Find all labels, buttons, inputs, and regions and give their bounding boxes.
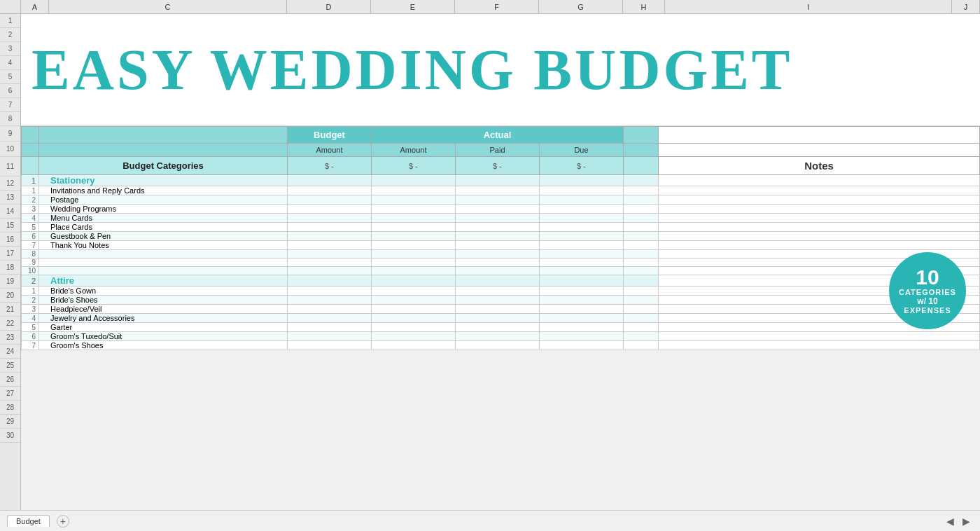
- item-grooms-shoes[interactable]: Groom's Shoes: [39, 341, 288, 350]
- actual-header[interactable]: Actual: [372, 127, 624, 144]
- item-row-10: 10: [22, 267, 980, 275]
- cat2-num: 2: [22, 275, 39, 287]
- item-brides-shoes[interactable]: Bride's Shoes: [39, 296, 288, 305]
- badge-with: w/ 10: [917, 296, 937, 306]
- item-row-9: 9: [22, 258, 980, 267]
- badge-categories: CATEGORIES: [899, 288, 956, 296]
- row-num-8: 8: [0, 112, 20, 126]
- item-grooms-tuxedo[interactable]: Groom's Tuxedo/Suit: [39, 332, 288, 341]
- amount-empty-2: [39, 144, 288, 157]
- header-empty-3: [624, 127, 659, 144]
- app-window: A C D E F G H I J 1 2 3 4 5 6 7 8 9 10 1…: [0, 0, 980, 531]
- row-num-7: 7: [0, 98, 20, 112]
- item-row-thankyou: 7 Thank You Notes: [22, 241, 980, 250]
- item-row-garter: 5 Garter: [22, 323, 980, 332]
- item-jewelry[interactable]: Jewelry and Accessories: [39, 314, 288, 323]
- item-invitations[interactable]: Invitations and Reply Cards: [39, 186, 288, 195]
- item-postage[interactable]: Postage: [39, 195, 288, 205]
- add-sheet-button[interactable]: +: [57, 515, 69, 527]
- row-num-27: 27: [0, 387, 20, 401]
- row-num-2: 2: [0, 28, 20, 42]
- budget-amount-header[interactable]: Amount: [288, 144, 372, 157]
- row-num-4: 4: [0, 56, 20, 70]
- badge-expenses: EXPENSES: [904, 306, 951, 315]
- row-num-18: 18: [0, 261, 20, 275]
- sheet-tab-budget[interactable]: Budget: [7, 515, 50, 527]
- paid-value-header[interactable]: $ -: [456, 157, 540, 175]
- header-row-amounts: Amount Amount Paid Due: [22, 144, 980, 157]
- col-header-j[interactable]: J: [952, 0, 980, 13]
- cat1-label[interactable]: Stationery: [39, 175, 288, 186]
- row-num-20: 20: [0, 289, 20, 303]
- cat-empty-2: [624, 157, 659, 175]
- item-row-postage: 2 Postage: [22, 195, 980, 205]
- row-num-30: 30: [0, 429, 20, 443]
- due-header[interactable]: Due: [540, 144, 624, 157]
- header-row-budget-actual: Budget Actual: [22, 127, 980, 144]
- item-row-grooms-shoes: 7 Groom's Shoes: [22, 341, 980, 350]
- item-row-programs: 3 Wedding Programs: [22, 205, 980, 214]
- item-programs[interactable]: Wedding Programs: [39, 205, 288, 214]
- header-empty-1: [22, 127, 39, 144]
- item-headpiece[interactable]: Headpiece/Veil: [39, 305, 288, 314]
- row-num-15: 15: [0, 219, 20, 233]
- item-guestbook[interactable]: Guestbook & Pen: [39, 232, 288, 241]
- amount-empty-1: [22, 144, 39, 157]
- row-num-24: 24: [0, 345, 20, 359]
- main-area: 1 2 3 4 5 6 7 8 9 10 11 12 13 14 15 16 1…: [0, 14, 980, 510]
- title-area: EASY WEDDING BUDGET: [21, 14, 980, 126]
- row-num-16: 16: [0, 233, 20, 247]
- col-headers: A C D E F G H I J: [0, 0, 980, 14]
- due-value-header[interactable]: $ -: [540, 157, 624, 175]
- item-row-menu-cards: 4 Menu Cards: [22, 214, 980, 223]
- badge-number: 10: [916, 267, 939, 288]
- item-row-jewelry: 4 Jewelry and Accessories: [22, 314, 980, 323]
- row-num-29: 29: [0, 415, 20, 429]
- col-header-f[interactable]: F: [455, 0, 539, 13]
- item-row-brides-shoes: 2 Bride's Shoes: [22, 296, 980, 305]
- item-row-invitations: 1 Invitations and Reply Cards: [22, 186, 980, 195]
- row-num-26: 26: [0, 373, 20, 387]
- actual-amount-header[interactable]: Amount: [372, 144, 456, 157]
- col-header-d[interactable]: D: [287, 0, 371, 13]
- cat1-num: 1: [22, 175, 39, 186]
- budget-value-header[interactable]: $ -: [288, 157, 372, 175]
- spreadsheet-title: EASY WEDDING BUDGET: [31, 37, 793, 103]
- item-menu-cards[interactable]: Menu Cards: [39, 214, 288, 223]
- scroll-nav: ◀ ▶: [944, 516, 973, 527]
- item-row-grooms-tuxedo: 6 Groom's Tuxedo/Suit: [22, 332, 980, 341]
- row-num-14: 14: [0, 205, 20, 219]
- item-row-8: 8: [22, 250, 980, 258]
- row-num-23: 23: [0, 331, 20, 345]
- col-header-i[interactable]: I: [665, 0, 952, 13]
- amount-empty-3: [624, 144, 659, 157]
- col-header-g[interactable]: G: [539, 0, 623, 13]
- col-header-h[interactable]: H: [623, 0, 665, 13]
- col-header-a[interactable]: A: [21, 0, 49, 13]
- item-thankyou[interactable]: Thank You Notes: [39, 241, 288, 250]
- categories-label[interactable]: Budget Categories: [39, 157, 288, 175]
- budget-header[interactable]: Budget: [288, 127, 372, 144]
- col-header-b-c[interactable]: C: [49, 0, 287, 13]
- col-header-e[interactable]: E: [371, 0, 455, 13]
- row-num-22: 22: [0, 317, 20, 331]
- notes-empty-1: [659, 127, 980, 144]
- item-row-headpiece: 3 Headpiece/Veil: [22, 305, 980, 314]
- paid-header[interactable]: Paid: [456, 144, 540, 157]
- row-numbers: 1 2 3 4 5 6 7 8 9 10 11 12 13 14 15 16 1…: [0, 14, 21, 510]
- scroll-left-icon[interactable]: ◀: [944, 516, 957, 527]
- scroll-right-icon[interactable]: ▶: [960, 516, 973, 527]
- row-num-10: 10: [0, 142, 20, 157]
- badge-overlay: 10 CATEGORIES w/ 10 EXPENSES: [889, 252, 966, 329]
- cat2-label[interactable]: Attire: [39, 275, 288, 287]
- row-num-13: 13: [0, 191, 20, 205]
- row-num-6: 6: [0, 84, 20, 98]
- row-num-5: 5: [0, 70, 20, 84]
- notes-label[interactable]: Notes: [659, 157, 980, 175]
- actual-value-header[interactable]: $ -: [372, 157, 456, 175]
- item-brides-gown[interactable]: Bride's Gown: [39, 287, 288, 296]
- item-place-cards[interactable]: Place Cards: [39, 223, 288, 232]
- item-garter[interactable]: Garter: [39, 323, 288, 332]
- sheet-content: EASY WEDDING BUDGET: [21, 14, 980, 510]
- row-num-21: 21: [0, 303, 20, 317]
